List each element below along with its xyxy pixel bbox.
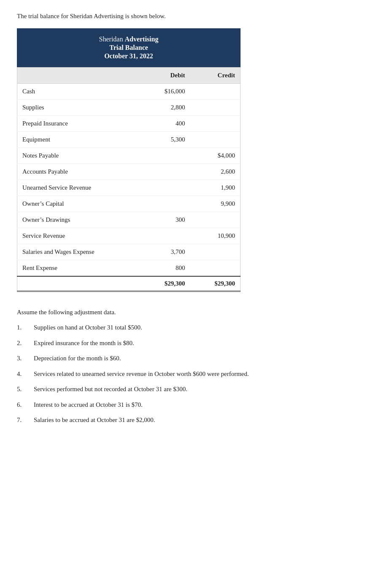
table-row: Equipment5,300 (17, 132, 241, 148)
debit-value (140, 228, 190, 244)
table-header-row: Debit Credit (17, 68, 241, 84)
list-item: 2.Expired insurance for the month is $80… (17, 338, 367, 348)
table-row: Prepaid Insurance400 (17, 116, 241, 132)
account-name: Accounts Payable (17, 164, 140, 180)
credit-value: $4,000 (190, 148, 240, 164)
credit-value (190, 260, 240, 277)
adjustment-section: Assume the following adjustment data. 1.… (17, 309, 367, 425)
credit-value (190, 132, 240, 148)
table-row: Salaries and Wages Expense3,700 (17, 244, 241, 260)
list-item-text: Depreciation for the month is $60. (34, 354, 367, 363)
adjustment-intro: Assume the following adjustment data. (17, 309, 367, 316)
list-item-number: 6. (17, 400, 34, 410)
credit-value: 2,600 (190, 164, 240, 180)
debit-value: 2,800 (140, 100, 190, 116)
debit-value: 5,300 (140, 132, 190, 148)
total-row: $29,300$29,300 (17, 276, 241, 291)
credit-value (190, 116, 240, 132)
col-credit: Credit (190, 68, 240, 84)
table-row: Cash$16,000 (17, 84, 241, 100)
list-item-text: Salaries to be accrued at October 31 are… (34, 415, 367, 425)
account-name: Rent Expense (17, 260, 140, 277)
table-row: Unearned Service Revenue1,900 (17, 180, 241, 196)
table-row: Owner’s Capital9,900 (17, 196, 241, 212)
list-item: 3.Depreciation for the month is $60. (17, 354, 367, 363)
list-item-number: 1. (17, 323, 34, 332)
debit-value: 800 (140, 260, 190, 277)
table-row: Notes Payable$4,000 (17, 148, 241, 164)
company-name: Sheridan Advertising (22, 35, 236, 43)
debit-value: 300 (140, 212, 190, 228)
list-item-text: Interest to be accrued at October 31 is … (34, 400, 367, 410)
table-row: Rent Expense800 (17, 260, 241, 277)
table-date: October 31, 2022 (22, 52, 236, 60)
total-credit: $29,300 (190, 276, 240, 291)
table-header: Sheridan Advertising Trial Balance Octob… (17, 28, 241, 67)
list-item-text: Services related to unearned service rev… (34, 369, 367, 379)
col-debit: Debit (140, 68, 190, 84)
list-item: 5.Services performed but not recorded at… (17, 384, 367, 394)
list-item-text: Expired insurance for the month is $80. (34, 338, 367, 348)
table-row: Service Revenue10,900 (17, 228, 241, 244)
debit-value (140, 180, 190, 196)
table-row: Accounts Payable2,600 (17, 164, 241, 180)
list-item: 1.Supplies on hand at October 31 total $… (17, 323, 367, 332)
table-subtitle: Trial Balance (22, 44, 236, 52)
account-name: Salaries and Wages Expense (17, 244, 140, 260)
list-item-number: 5. (17, 384, 34, 394)
credit-value: 9,900 (190, 196, 240, 212)
debit-value (140, 148, 190, 164)
list-item-text: Services performed but not recorded at O… (34, 384, 367, 394)
list-item-number: 7. (17, 415, 34, 425)
account-name: Prepaid Insurance (17, 116, 140, 132)
account-name: Service Revenue (17, 228, 140, 244)
trial-balance-table: Debit Credit Cash$16,000Supplies2,800Pre… (17, 67, 241, 292)
total-debit: $29,300 (140, 276, 190, 291)
adjustment-list: 1.Supplies on hand at October 31 total $… (17, 323, 367, 425)
debit-value: $16,000 (140, 84, 190, 100)
table-row: Owner’s Drawings300 (17, 212, 241, 228)
credit-value: 1,900 (190, 180, 240, 196)
total-label (17, 276, 140, 291)
list-item-text: Supplies on hand at October 31 total $50… (34, 323, 367, 332)
list-item-number: 4. (17, 369, 34, 379)
account-name: Cash (17, 84, 140, 100)
debit-value (140, 196, 190, 212)
list-item-number: 2. (17, 338, 34, 348)
account-name: Owner’s Drawings (17, 212, 140, 228)
table-row: Supplies2,800 (17, 100, 241, 116)
company-name-normal: Sheridan (99, 35, 123, 43)
list-item: 6.Interest to be accrued at October 31 i… (17, 400, 367, 410)
account-name: Notes Payable (17, 148, 140, 164)
list-item: 4.Services related to unearned service r… (17, 369, 367, 379)
credit-value (190, 100, 240, 116)
company-name-bold: Advertising (124, 35, 158, 43)
credit-value: 10,900 (190, 228, 240, 244)
debit-value: 3,700 (140, 244, 190, 260)
list-item: 7.Salaries to be accrued at October 31 a… (17, 415, 367, 425)
account-name: Unearned Service Revenue (17, 180, 140, 196)
list-item-number: 3. (17, 354, 34, 363)
debit-value (140, 164, 190, 180)
credit-value (190, 244, 240, 260)
debit-value: 400 (140, 116, 190, 132)
account-name: Supplies (17, 100, 140, 116)
intro-text: The trial balance for Sheridan Advertisi… (17, 13, 367, 20)
account-name: Equipment (17, 132, 140, 148)
col-account (17, 68, 140, 84)
trial-balance-section: Sheridan Advertising Trial Balance Octob… (17, 28, 241, 292)
credit-value (190, 212, 240, 228)
credit-value (190, 84, 240, 100)
account-name: Owner’s Capital (17, 196, 140, 212)
